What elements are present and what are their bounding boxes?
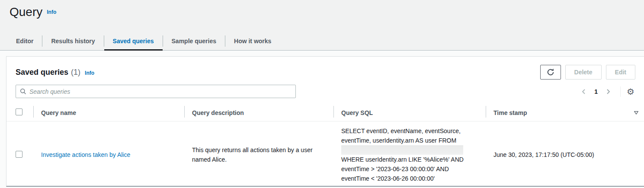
panel-title: Saved queries [16,68,68,77]
next-page-button[interactable] [603,87,613,96]
sql-line: eventTime, userIdentity.arn AS user FROM [341,136,478,145]
table-toolbar: 1 ⚙ [6,80,644,98]
query-description-cell: This query returns all actions taken by … [184,121,333,188]
query-name-link[interactable]: Investigate actions taken by Alice [41,151,130,158]
tab-editor[interactable]: Editor [7,32,42,50]
page-header: Query Info Editor Results history Saved … [0,0,644,51]
tab-how-it-works[interactable]: How it works [225,32,280,50]
refresh-icon [547,68,554,76]
sql-line: WHERE userIdentity.arn LIKE '%Alice%' AN… [341,155,478,164]
sort-descending-icon[interactable] [634,111,638,115]
search-input[interactable] [29,88,292,95]
time-stamp-cell: June 30, 2023, 17:17:50 (UTC-05:00) [486,121,644,188]
table-header-row: Query name Query description Query SQL T… [6,105,644,121]
column-divider [486,106,486,118]
table-row: Investigate actions taken by Alice This … [6,121,644,188]
tab-results-history[interactable]: Results history [42,32,103,50]
chevron-left-icon [580,88,587,95]
search-box[interactable] [16,85,296,98]
column-header-query-sql[interactable]: Query SQL [333,105,486,121]
page-title-row: Query Info [0,0,644,20]
delete-button[interactable]: Delete [565,65,602,80]
current-page: 1 [594,88,598,95]
edit-button[interactable]: Edit [606,65,635,80]
column-header-query-name[interactable]: Query name [33,105,184,121]
chevron-right-icon [605,88,612,95]
sql-line: SELECT eventID, eventName, eventSource, [341,126,478,136]
page-info-link[interactable]: Info [47,9,56,16]
preferences-button[interactable]: ⚙ [626,87,635,96]
page-title: Query [10,4,42,20]
column-header-time-stamp[interactable]: Time stamp [486,105,644,121]
select-all-header [6,105,33,121]
column-divider [184,106,185,118]
sql-line: eventTime < '2023-06-26 00:00:00' [341,174,478,183]
refresh-button[interactable] [540,65,561,80]
pagination: 1 ⚙ [579,86,635,97]
saved-queries-table: Query name Query description Query SQL T… [6,105,644,188]
time-stamp-text: June 30, 2023, 17:17:50 (UTC-05:00) [493,151,594,158]
search-icon [20,88,26,95]
query-name-cell: Investigate actions taken by Alice [33,121,184,188]
query-sql-cell: SELECT eventID, eventName, eventSource, … [333,121,486,188]
column-header-query-description[interactable]: Query description [184,105,333,121]
tab-bar: Editor Results history Saved queries Sam… [7,32,280,50]
panel-title-group: Saved queries (1) Info [16,68,94,77]
panel-count: (1) [71,68,80,77]
panel-actions: Delete Edit [540,65,635,80]
previous-page-button[interactable] [579,87,589,96]
redacted-sql-region [341,145,463,155]
select-all-checkbox[interactable] [16,108,22,115]
tab-saved-queries[interactable]: Saved queries [104,32,163,50]
row-checkbox[interactable] [16,151,22,158]
panel-info-link[interactable]: Info [85,70,94,76]
saved-queries-panel: Saved queries (1) Info Delete Edit [6,56,644,187]
panel-header: Saved queries (1) Info Delete Edit [6,57,644,80]
column-divider [33,106,34,118]
row-select-cell [6,121,33,188]
tab-sample-queries[interactable]: Sample queries [163,32,225,50]
query-description-text: This query returns all actions taken by … [192,145,326,164]
pagination-divider [620,86,621,97]
column-divider [333,106,334,118]
gear-icon: ⚙ [627,87,634,96]
sql-line: eventTime > '2023-06-23 00:00:00' AND [341,164,478,174]
